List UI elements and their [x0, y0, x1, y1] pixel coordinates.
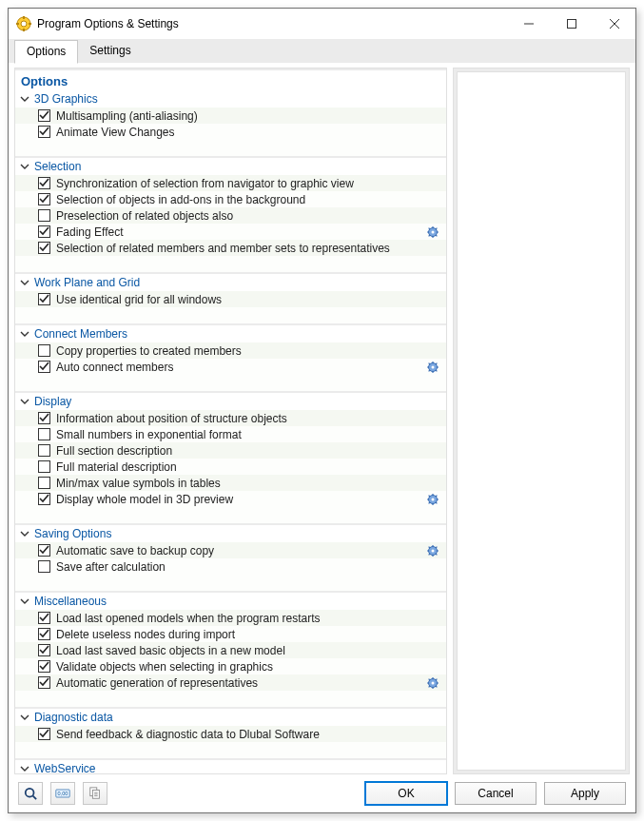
- help-button[interactable]: [18, 782, 43, 805]
- option-row[interactable]: Full material description: [15, 459, 446, 475]
- option-row[interactable]: Automatic generation of representatives: [15, 674, 446, 691]
- checkbox[interactable]: [38, 644, 50, 656]
- option-label: Display whole model in 3D preview: [56, 493, 427, 506]
- option-row[interactable]: Information about position of structure …: [15, 410, 446, 426]
- section-header-saving[interactable]: Saving Options: [15, 525, 446, 542]
- option-row[interactable]: Delete useless nodes during import: [15, 626, 446, 642]
- details-inner: [457, 71, 626, 771]
- gear-icon[interactable]: [427, 362, 439, 373]
- panel-header: Options: [15, 70, 446, 90]
- section-header-connect-members[interactable]: Connect Members: [15, 325, 446, 342]
- checkbox[interactable]: [38, 361, 50, 373]
- checkbox[interactable]: [38, 560, 50, 573]
- section-title: Display: [34, 395, 71, 408]
- option-row[interactable]: Load last opened models when the program…: [15, 610, 446, 626]
- checkbox[interactable]: [38, 412, 50, 424]
- checkbox[interactable]: [38, 126, 50, 138]
- gear-icon[interactable]: [427, 494, 439, 505]
- option-label: Send feedback & diagnostic data to Dluba…: [56, 728, 440, 741]
- checkbox[interactable]: [38, 612, 50, 624]
- section-header-display[interactable]: Display: [15, 393, 446, 410]
- ok-button[interactable]: OK: [365, 782, 447, 805]
- option-row[interactable]: Selection of objects in add-ons in the b…: [15, 191, 446, 207]
- section-header-webservice[interactable]: WebService: [15, 760, 446, 774]
- section-title: 3D Graphics: [34, 92, 98, 106]
- svg-line-37: [436, 502, 437, 503]
- option-row[interactable]: Use identical grid for all windows: [15, 291, 446, 307]
- tab-options[interactable]: Options: [14, 40, 78, 64]
- units-button[interactable]: 0,00: [50, 782, 75, 805]
- option-row[interactable]: Full section description: [15, 442, 446, 459]
- tab-settings[interactable]: Settings: [78, 40, 142, 64]
- minimize-button[interactable]: [507, 10, 550, 38]
- gear-icon[interactable]: [427, 545, 439, 557]
- option-row[interactable]: Preselection of related objects also: [15, 207, 446, 224]
- option-row[interactable]: Auto connect members: [15, 359, 446, 375]
- option-row[interactable]: Save after calculation: [15, 558, 446, 575]
- checkbox[interactable]: [38, 676, 50, 689]
- maximize-button[interactable]: [550, 10, 593, 38]
- checkbox[interactable]: [38, 544, 50, 557]
- option-row[interactable]: Copy properties to created members: [15, 342, 446, 359]
- gear-icon[interactable]: [427, 226, 439, 238]
- option-label: Animate View Changes: [56, 126, 440, 139]
- option-row[interactable]: Fading Effect: [15, 224, 446, 240]
- option-label: Information about position of structure …: [56, 412, 440, 425]
- chevron-down-icon: [19, 763, 30, 774]
- section-display: DisplayInformation about position of str…: [15, 393, 446, 523]
- spacer: [15, 375, 446, 391]
- checkbox[interactable]: [38, 493, 50, 505]
- chevron-down-icon: [19, 396, 30, 407]
- option-label: Fading Effect: [56, 225, 427, 239]
- svg-line-19: [429, 235, 430, 236]
- option-row[interactable]: Automatic save to backup copy: [15, 542, 446, 558]
- option-row[interactable]: Validate objects when selecting in graph…: [15, 658, 446, 674]
- close-button[interactable]: [593, 10, 635, 38]
- option-row[interactable]: Load last saved basic objects in a new m…: [15, 642, 446, 658]
- option-row[interactable]: Animate View Changes: [15, 124, 446, 140]
- option-row[interactable]: Min/max value symbols in tables: [15, 475, 446, 491]
- checkbox[interactable]: [38, 193, 50, 205]
- checkbox[interactable]: [38, 209, 50, 222]
- checkbox[interactable]: [38, 177, 50, 189]
- svg-line-36: [429, 495, 430, 496]
- checkbox[interactable]: [38, 728, 50, 740]
- footer: 0,00 OK Cancel Apply: [9, 774, 635, 812]
- checkbox[interactable]: [38, 460, 50, 473]
- checkbox[interactable]: [38, 428, 50, 440]
- checkbox[interactable]: [38, 109, 50, 122]
- checkbox[interactable]: [38, 628, 50, 640]
- checkbox[interactable]: [38, 444, 50, 457]
- section-header-diag[interactable]: Diagnostic data: [15, 709, 446, 726]
- cancel-button[interactable]: Cancel: [455, 782, 537, 805]
- spacer: [15, 691, 446, 707]
- option-label: Min/max value symbols in tables: [56, 477, 440, 490]
- checkbox[interactable]: [38, 660, 50, 673]
- apply-button[interactable]: Apply: [544, 782, 626, 805]
- default-button[interactable]: [83, 782, 107, 805]
- option-row[interactable]: Selection of related members and member …: [15, 240, 446, 256]
- option-row[interactable]: Multisampling (anti-aliasing): [15, 108, 446, 124]
- gear-icon[interactable]: [427, 677, 439, 689]
- checkbox[interactable]: [38, 477, 50, 489]
- chevron-down-icon: [19, 528, 30, 539]
- checkbox[interactable]: [38, 293, 50, 305]
- details-panel: [453, 68, 630, 774]
- option-row[interactable]: Small numbers in exponential format: [15, 426, 446, 442]
- section-header-misc[interactable]: Miscellaneous: [15, 593, 446, 610]
- checkbox[interactable]: [38, 225, 50, 238]
- section-header-work-plane[interactable]: Work Plane and Grid: [15, 274, 446, 291]
- option-row[interactable]: Send feedback & diagnostic data to Dluba…: [15, 726, 446, 742]
- checkbox[interactable]: [38, 344, 50, 357]
- option-row[interactable]: Synchronization of selection from naviga…: [15, 175, 446, 191]
- section-title: Connect Members: [34, 327, 127, 341]
- option-label: Copy properties to created members: [56, 344, 440, 358]
- section-header-3d-graphics[interactable]: 3D Graphics: [15, 90, 446, 108]
- section-work-plane: Work Plane and GridUse identical grid fo…: [15, 274, 446, 323]
- svg-point-41: [432, 549, 435, 552]
- svg-line-26: [429, 362, 430, 363]
- option-row[interactable]: Display whole model in 3D preview: [15, 491, 446, 507]
- svg-line-29: [429, 370, 430, 371]
- section-header-selection[interactable]: Selection: [15, 158, 446, 175]
- checkbox[interactable]: [38, 242, 50, 254]
